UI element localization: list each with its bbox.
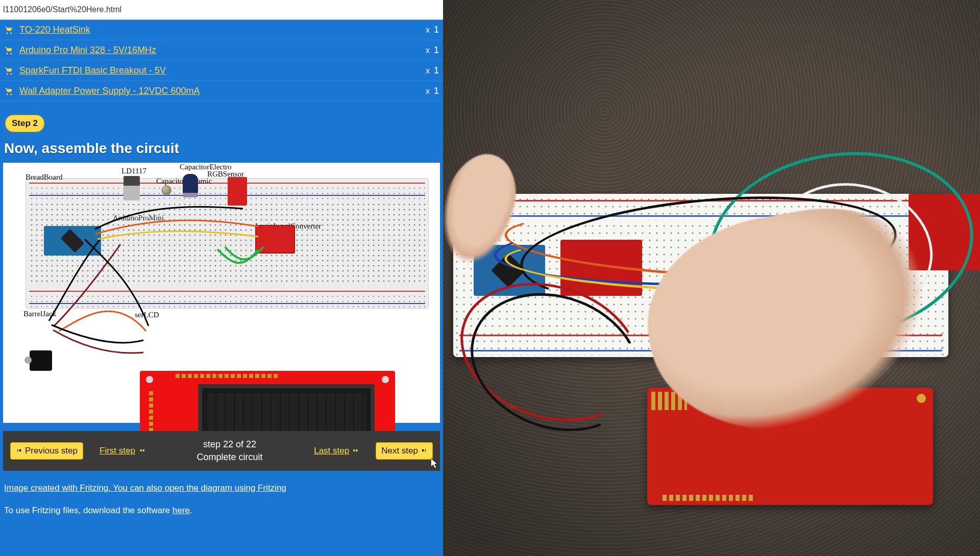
component-arduino xyxy=(44,226,101,256)
label-barrel: BarrelJack xyxy=(23,310,56,318)
qty-x-icon: x xyxy=(426,26,430,35)
software-note-prefix: To use Fritzing files, download the soft… xyxy=(4,506,173,515)
last-step-link[interactable]: Last step xyxy=(309,443,364,459)
part-qty: 1 xyxy=(434,45,439,56)
cart-icon xyxy=(4,46,14,55)
fast-forward-icon xyxy=(352,446,359,456)
qty-x-icon: x xyxy=(426,87,430,96)
next-step-button[interactable]: Next step xyxy=(376,442,433,460)
part-row[interactable]: Wall Adapter Power Supply - 12VDC 600mA … xyxy=(0,81,443,102)
label-ld1117: LD1117 xyxy=(121,167,146,175)
previous-step-button[interactable]: Previous step xyxy=(10,442,83,460)
tutorial-pane: l11001206e0/Start%20Here.html TO-220 Hea… xyxy=(0,0,443,556)
skip-back-icon xyxy=(16,446,22,456)
qty-x-icon: x xyxy=(426,66,430,75)
component-llc xyxy=(255,225,295,254)
fritzing-caption-link[interactable]: Image created with Fritzing. You can als… xyxy=(0,471,443,496)
step-navigator: Previous step First step step 22 of 22 C… xyxy=(3,431,440,471)
cart-icon xyxy=(4,66,14,75)
label-breadboard: BreadBoard xyxy=(26,173,62,182)
part-name: TO-220 HeatSink xyxy=(19,24,426,35)
step-badge: Step 2 xyxy=(5,115,44,132)
part-qty: 1 xyxy=(434,24,439,35)
component-rgb-sensor xyxy=(228,177,247,206)
step-status: step 22 of 22 Complete circuit xyxy=(162,438,298,464)
software-note-suffix: . xyxy=(190,506,192,515)
rewind-icon xyxy=(138,446,145,456)
component-barrel-jack xyxy=(30,350,52,371)
first-step-label: First step xyxy=(100,446,135,456)
cart-icon xyxy=(4,87,14,96)
step-description: Complete circuit xyxy=(162,451,298,464)
part-row[interactable]: SparkFun FTDI Basic Breakout - 5V x 1 xyxy=(0,61,443,81)
component-cap-electro xyxy=(183,174,198,197)
component-cap-ceramic xyxy=(161,185,172,195)
qty-x-icon: x xyxy=(426,46,430,55)
url-fragment: l11001206e0/Start%20Here.html xyxy=(0,0,443,20)
circuit-diagram: BreadBoard LD1117 CapacitorElectro Capac… xyxy=(3,163,440,423)
first-step-link[interactable]: First step xyxy=(94,443,151,459)
step-counter: step 22 of 22 xyxy=(162,438,298,451)
label-arduino: ArduinoProMini xyxy=(113,214,164,222)
part-qty: 1 xyxy=(434,86,439,96)
part-name: Wall Adapter Power Supply - 12VDC 600mA xyxy=(19,86,426,96)
label-serlcd: serLCD xyxy=(135,311,159,319)
previous-step-label: Previous step xyxy=(25,446,78,456)
part-name: SparkFun FTDI Basic Breakout - 5V xyxy=(19,65,426,76)
part-qty: 1 xyxy=(434,65,439,76)
component-regulator xyxy=(124,176,140,200)
software-note: To use Fritzing files, download the soft… xyxy=(0,496,443,525)
step-title: Now, assemble the circuit xyxy=(0,138,443,163)
part-name: Arduino Pro Mini 328 - 5V/16MHz xyxy=(19,45,426,56)
parts-list: TO-220 HeatSink x 1 Arduino Pro Mini 328… xyxy=(0,20,443,102)
last-step-label: Last step xyxy=(314,446,349,456)
part-row[interactable]: Arduino Pro Mini 328 - 5V/16MHz x 1 xyxy=(0,40,443,61)
next-step-label: Next step xyxy=(381,446,418,456)
photo-pane xyxy=(443,0,980,556)
skip-forward-icon xyxy=(421,446,427,456)
cart-icon xyxy=(4,26,14,35)
software-download-link[interactable]: here xyxy=(173,506,190,515)
part-row[interactable]: TO-220 HeatSink x 1 xyxy=(0,20,443,40)
